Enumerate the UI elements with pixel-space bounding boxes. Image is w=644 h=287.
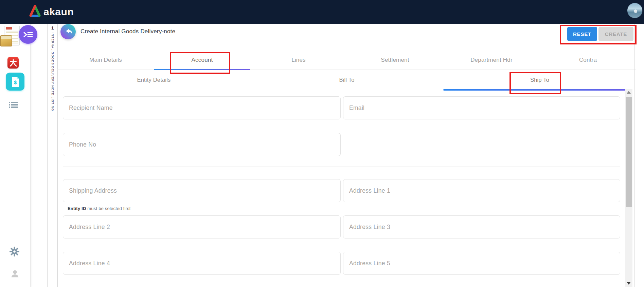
phone-no-input[interactable] — [63, 133, 341, 156]
shipping-address-input[interactable] — [63, 179, 341, 202]
akaun-triangle-logo-icon — [29, 5, 41, 19]
top-navbar: akaun — [0, 0, 644, 24]
tab-department-hdr[interactable]: Department Hdr — [443, 50, 540, 70]
content-right-border — [634, 24, 634, 287]
settings-gear-icon[interactable] — [10, 247, 19, 256]
prompt-menu-icon[interactable] — [19, 25, 37, 44]
user-profile-icon[interactable] — [11, 269, 19, 278]
address-line-3-input[interactable] — [343, 215, 620, 238]
subtab-ship-to[interactable]: Ship To — [443, 70, 636, 90]
tab-lines[interactable]: Lines — [250, 50, 347, 70]
tab-settlement[interactable]: Settlement — [347, 50, 443, 70]
listing-icon[interactable] — [8, 101, 18, 108]
page-title: Create Internal Goods Delivery-note — [80, 24, 175, 39]
main-tab-bar: Main Details Account Lines Settlement De… — [57, 50, 636, 70]
sub-tab-bar: Entity Details Bill To Ship To — [57, 70, 636, 90]
create-button[interactable]: CREATE — [598, 27, 633, 41]
entity-id-helper-bold: Entity ID — [68, 206, 86, 211]
subtab-entity-details[interactable]: Entity Details — [57, 70, 250, 90]
svg-text:$: $ — [14, 79, 17, 85]
listing-label: INTERNAL GOODS DELIVERY NOTE LISTING — [51, 33, 54, 111]
section-divider — [63, 167, 620, 167]
billing-document-app-icon[interactable]: $ — [6, 73, 24, 91]
scroll-up-icon[interactable] — [627, 91, 631, 94]
address-line-4-input[interactable] — [63, 252, 341, 275]
app-sidebar: $ — [0, 24, 31, 287]
vertical-scrollbar[interactable] — [625, 89, 632, 287]
back-button[interactable] — [60, 24, 76, 39]
user-avatar[interactable] — [627, 3, 643, 18]
email-input[interactable] — [343, 96, 620, 119]
subtab-bill-to[interactable]: Bill To — [250, 70, 443, 90]
scrollbar-thumb[interactable] — [626, 97, 632, 207]
app-window: akaun $ — [0, 0, 644, 287]
brand-logo[interactable]: akaun — [29, 0, 74, 24]
reset-button[interactable]: RESET — [567, 27, 597, 41]
brand-name: akaun — [43, 6, 74, 18]
recipient-name-input[interactable] — [63, 96, 341, 119]
tab-main-details[interactable]: Main Details — [57, 50, 154, 70]
scroll-down-icon[interactable] — [627, 282, 631, 285]
address-line-5-input[interactable] — [343, 252, 620, 275]
listing-index: 1 — [48, 25, 57, 31]
active-subtab-indicator — [443, 89, 632, 91]
listing-tab-strip[interactable]: 1 INTERNAL GOODS DELIVERY NOTE LISTING — [47, 24, 58, 287]
back-arrow-icon — [64, 27, 73, 37]
carton-box-icon — [0, 35, 12, 46]
address-line-2-input[interactable] — [63, 215, 341, 238]
tab-account[interactable]: Account — [154, 50, 250, 70]
dai-red-app-icon[interactable] — [7, 57, 19, 69]
address-line-1-input[interactable] — [343, 179, 620, 202]
tab-contra[interactable]: Contra — [540, 50, 636, 70]
entity-id-helper-rest: must be selected first — [86, 206, 131, 211]
entity-id-helper-text: Entity ID must be selected first — [68, 206, 131, 211]
